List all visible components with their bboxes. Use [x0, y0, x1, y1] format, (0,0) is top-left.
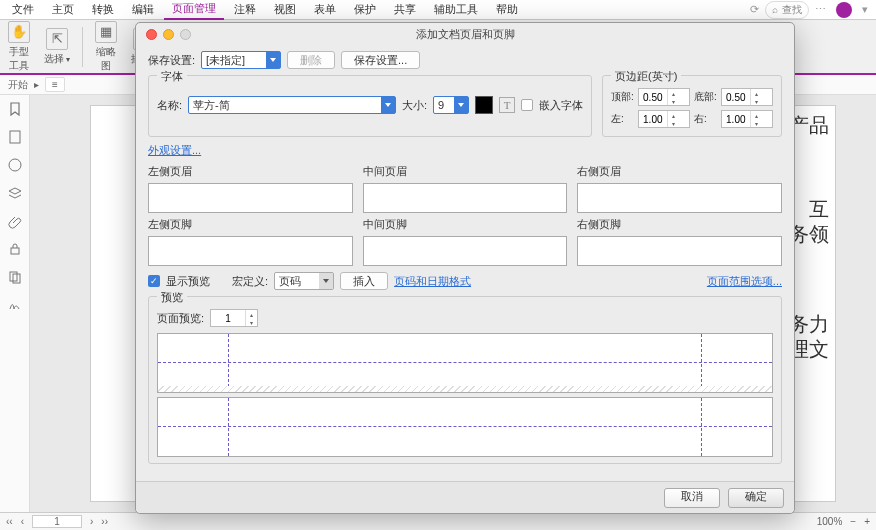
doc-text: 理文 [789, 336, 829, 363]
page-range-link[interactable]: 页面范围选项... [707, 274, 782, 289]
left-footer-input[interactable] [148, 236, 353, 266]
status-bar: ‹‹ ‹ 1 › ›› 100% − + [0, 512, 876, 530]
search-box[interactable]: ⌕ 查找 [765, 1, 809, 19]
margin-left-label: 左: [611, 112, 634, 126]
preview-header-box [157, 333, 773, 393]
page-input[interactable]: 1 [32, 515, 82, 528]
center-header-input[interactable] [363, 183, 568, 213]
appearance-settings-link[interactable]: 外观设置... [148, 143, 201, 158]
center-footer-input[interactable] [363, 236, 568, 266]
zoom-in-icon[interactable]: + [864, 516, 870, 527]
tool-hand[interactable]: ✋手型 工具 [6, 19, 32, 75]
left-header-label: 左侧页眉 [148, 164, 353, 179]
user-avatar[interactable] [836, 2, 852, 18]
zoom-value[interactable]: 100% [817, 516, 843, 527]
delete-button[interactable]: 删除 [287, 51, 335, 69]
right-header-input[interactable] [577, 183, 782, 213]
page-preview-spinner[interactable]: ▴▾ [210, 309, 258, 327]
margin-bottom-label: 底部: [694, 90, 717, 104]
start-label[interactable]: 开始 [8, 78, 28, 92]
dialog-titlebar[interactable]: 添加文档页眉和页脚 [136, 23, 794, 45]
tool-thumbnails[interactable]: ▦缩略 图 [93, 19, 119, 75]
left-header-input[interactable] [148, 183, 353, 213]
menu-page-manage[interactable]: 页面管理 [164, 0, 224, 20]
smile-icon[interactable] [7, 157, 23, 173]
chevron-right-icon: ▸ [34, 79, 39, 90]
font-size-label: 大小: [402, 98, 427, 113]
right-footer-input[interactable] [577, 236, 782, 266]
show-preview-label: 显示预览 [166, 274, 210, 289]
menu-protect[interactable]: 保护 [346, 0, 384, 19]
more-icon[interactable]: ⋯ [811, 3, 830, 16]
margin-top-label: 顶部: [611, 90, 634, 104]
nav-last-icon[interactable]: ›› [101, 516, 108, 527]
margin-left-input[interactable]: ▴▾ [638, 110, 690, 128]
doc-tab[interactable]: ≡ [45, 77, 65, 92]
margin-right-input[interactable]: ▴▾ [721, 110, 773, 128]
chevron-down-icon [266, 52, 280, 68]
cancel-button[interactable]: 取消 [664, 488, 720, 508]
left-sidebar [0, 95, 30, 512]
ok-button[interactable]: 确定 [728, 488, 784, 508]
nav-first-icon[interactable]: ‹‹ [6, 516, 13, 527]
font-size-select[interactable]: 9 [433, 96, 469, 114]
dropdown-icon[interactable]: ▾ [858, 3, 872, 16]
left-footer-label: 左侧页脚 [148, 217, 353, 232]
save-settings-label: 保存设置: [148, 53, 195, 68]
font-color-swatch[interactable] [475, 96, 493, 114]
copy-icon[interactable] [7, 269, 23, 285]
menu-view[interactable]: 视图 [266, 0, 304, 19]
attachment-icon[interactable] [7, 213, 23, 229]
select-icon: ⇱ [46, 28, 68, 50]
doc-text: 互 [809, 196, 829, 223]
menu-help[interactable]: 帮助 [488, 0, 526, 19]
preview-group-title: 预览 [157, 290, 187, 305]
menu-share[interactable]: 共享 [386, 0, 424, 19]
lock-icon[interactable] [7, 241, 23, 257]
zoom-out-icon[interactable]: − [850, 516, 856, 527]
menu-file[interactable]: 文件 [4, 0, 42, 19]
macro-select[interactable]: 页码 [274, 272, 334, 290]
hand-icon: ✋ [8, 21, 30, 43]
font-name-label: 名称: [157, 98, 182, 113]
menu-accessibility[interactable]: 辅助工具 [426, 0, 486, 19]
margin-group-title: 页边距(英寸) [611, 69, 681, 84]
grid-icon: ▦ [95, 21, 117, 43]
embed-font-checkbox[interactable] [521, 99, 533, 111]
doc-text: 产品 [789, 112, 829, 139]
macro-label: 宏定义: [232, 274, 268, 289]
page-date-format-link[interactable]: 页码和日期格式 [394, 274, 471, 289]
nav-prev-icon[interactable]: ‹ [21, 516, 24, 527]
menu-edit[interactable]: 编辑 [124, 0, 162, 19]
margin-right-label: 右: [694, 112, 717, 126]
bookmark-icon[interactable] [7, 101, 23, 117]
chevron-down-icon [381, 97, 395, 113]
layers-icon[interactable] [7, 185, 23, 201]
signature-icon[interactable] [7, 297, 23, 313]
menu-forms[interactable]: 表单 [306, 0, 344, 19]
underline-icon[interactable]: T [499, 97, 515, 113]
search-icon: ⌕ [772, 4, 778, 15]
preview-group: 预览 页面预览: ▴▾ [148, 296, 782, 464]
doc-text: 务力 [789, 311, 829, 338]
show-preview-checkbox[interactable]: ✓ [148, 275, 160, 287]
menu-annotate[interactable]: 注释 [226, 0, 264, 19]
menu-home[interactable]: 主页 [44, 0, 82, 19]
save-settings-button[interactable]: 保存设置... [341, 51, 420, 69]
font-name-select[interactable]: 苹方-简 [188, 96, 396, 114]
menu-convert[interactable]: 转换 [84, 0, 122, 19]
right-footer-label: 右侧页脚 [577, 217, 782, 232]
page-preview-label: 页面预览: [157, 311, 204, 326]
dialog-footer: 取消 确定 [136, 481, 794, 513]
save-settings-select[interactable]: [未指定] [201, 51, 281, 69]
margin-top-input[interactable]: ▴▾ [638, 88, 690, 106]
nav-next-icon[interactable]: › [90, 516, 93, 527]
chevron-down-icon [454, 97, 468, 113]
misc-zoom-icon[interactable]: ⟳ [746, 3, 763, 16]
embed-font-label: 嵌入字体 [539, 98, 583, 113]
center-footer-label: 中间页脚 [363, 217, 568, 232]
page-icon[interactable] [7, 129, 23, 145]
insert-macro-button[interactable]: 插入 [340, 272, 388, 290]
margin-bottom-input[interactable]: ▴▾ [721, 88, 773, 106]
tool-select[interactable]: ⇱选择▾ [42, 26, 72, 68]
